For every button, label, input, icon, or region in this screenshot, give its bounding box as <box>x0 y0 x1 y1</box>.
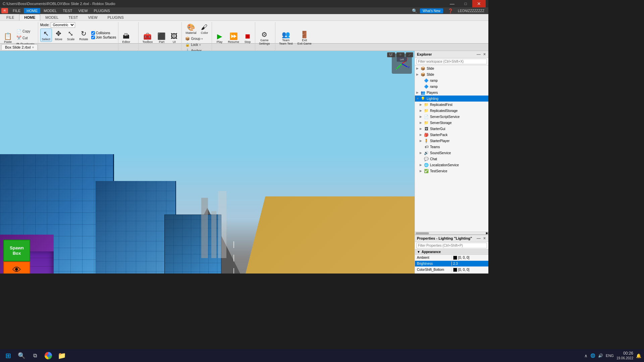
explorer-minimize-btn[interactable]: — <box>476 52 481 57</box>
distant-building-2 <box>211 211 216 258</box>
collisions-check[interactable]: Collisions <box>91 31 116 35</box>
colorshift-bottom-swatch[interactable] <box>453 268 457 272</box>
orientation-gizmo[interactable]: X Y Z Left <box>392 54 412 74</box>
tree-item-server-storage[interactable]: ▶ 📁 ServerStorage <box>415 120 488 126</box>
arrow-icon: ▶ <box>420 169 424 173</box>
arrow-icon: ▶ <box>420 163 424 167</box>
folder-icon: 📁 <box>424 120 429 125</box>
tree-item-slide-2[interactable]: ▶ 📦 Slide <box>415 71 488 77</box>
tree-item-lighting[interactable]: ▼ 💡 Lighting <box>415 96 488 102</box>
tree-item-sound-service[interactable]: ▶ 🔊 SoundService <box>415 150 488 156</box>
appearance-section[interactable]: ▼ Appearance <box>415 249 488 255</box>
tab-test[interactable]: TEST <box>63 14 83 20</box>
section-collapse-icon: ▼ <box>417 250 420 254</box>
tree-item-players[interactable]: ▶ 👥 Players <box>415 89 488 96</box>
whats-new-button[interactable]: What's New <box>420 8 443 13</box>
cut-button[interactable]: ✂️ Cut <box>15 35 36 41</box>
tree-item-server-script-service[interactable]: ▶ 📄 ServerScriptService <box>415 114 488 120</box>
help-icon[interactable]: ❓ <box>446 8 454 13</box>
rotate-button[interactable]: ↻ Rotate <box>77 28 90 42</box>
tree-item-replicated-storage[interactable]: ▶ 📁 ReplicatedStorage <box>415 108 488 114</box>
explorer-hscroll[interactable]: ▶ <box>415 232 488 234</box>
exit-game-button[interactable]: 🚪 Exit Exit Game <box>296 29 313 46</box>
mode-dropdown[interactable]: Geometric Physical <box>51 22 75 28</box>
prop-brightness[interactable]: Brightness 2.3 <box>415 261 488 267</box>
tree-item-teams[interactable]: 🏷 Teams <box>415 144 488 150</box>
tree-item-ramp-1[interactable]: 🔷 ramp <box>415 77 488 83</box>
paste-button[interactable]: 📋 Paste <box>2 31 14 45</box>
tree-item-chat[interactable]: 💬 Chat <box>415 156 488 162</box>
properties-close-btn[interactable]: × <box>483 236 486 241</box>
properties-table: ▼ Appearance Ambient [0, 0, 0] Brightnes… <box>415 249 488 274</box>
ui-button[interactable]: 🖼 UI <box>169 31 179 45</box>
minimize-button[interactable]: — <box>445 0 459 7</box>
tab-view[interactable]: VIEW <box>83 14 102 20</box>
search-icon[interactable]: 🔍 <box>410 8 419 13</box>
properties-header: Properties - Lighting "Lighting" — × <box>415 235 488 242</box>
menu-model[interactable]: MODEL <box>41 8 59 13</box>
resume-button[interactable]: ⏩ Resume <box>226 31 241 45</box>
arrow-icon: ▶ <box>420 133 424 136</box>
viewport[interactable]: SpawnBox 👁 🌴 🌴 🌴 🌴 🌴 🌴 🌴 UI 👁 ⤢ <box>0 51 415 274</box>
tree-item-starter-pack[interactable]: ▶ 🎒 StarterPack <box>415 132 488 138</box>
tree-item-localization-service[interactable]: ▶ 🌐 LocalizationService <box>415 162 488 168</box>
scale-button[interactable]: ⤡ Scale <box>65 28 76 42</box>
color-button[interactable]: 🖌 Color <box>199 22 210 36</box>
explorer-hscroll-right[interactable]: ▶ <box>486 232 488 235</box>
explorer-close-btn[interactable]: × <box>483 52 486 57</box>
properties-search-input[interactable] <box>416 243 487 248</box>
tree-item-test-service[interactable]: ▶ ✅ TestService <box>415 168 488 174</box>
part-button[interactable]: ⬛ Part <box>156 31 167 45</box>
play-button[interactable]: ▶ Play <box>214 31 225 45</box>
move-button[interactable]: ✥ Move <box>53 28 64 42</box>
menu-plugins[interactable]: PLUGINS <box>91 8 113 13</box>
copy-button[interactable]: 📄 Copy <box>15 28 36 35</box>
doc-tab-close[interactable]: × <box>32 46 34 49</box>
teams-icon: 🏷 <box>424 144 429 149</box>
menu-home[interactable]: HOME <box>24 8 40 13</box>
right-panel: Explorer — × ▶ 📦 Slide ▶ 📦 <box>415 51 488 274</box>
main-area: SpawnBox 👁 🌴 🌴 🌴 🌴 🌴 🌴 🌴 UI 👁 ⤢ <box>0 51 488 274</box>
explorer-hscroll-thumb[interactable] <box>416 232 429 234</box>
tab-file[interactable]: FILE <box>1 14 19 20</box>
editor-button[interactable]: 🏔 Editor <box>120 31 132 45</box>
arrow-icon: ▶ <box>420 151 424 155</box>
ramp-icon: 🔷 <box>424 84 429 89</box>
properties-search-area <box>415 242 488 249</box>
team-test-button[interactable]: 👥 Team Team Test <box>277 29 294 46</box>
game-settings-button[interactable]: ⚙ Game Settings <box>257 29 272 46</box>
material-button[interactable]: 🎨 Material <box>184 22 198 36</box>
doc-tab-main[interactable]: Box Slide 2.rbxl × <box>1 44 38 50</box>
tab-model[interactable]: MODEL <box>40 14 63 20</box>
tab-plugins[interactable]: PLUGINS <box>103 14 129 20</box>
arrow-icon: ▶ <box>420 127 424 130</box>
menu-file[interactable]: FILE <box>10 8 23 13</box>
prop-colorshift-top: ColorShift_Top [0, 0, 0] <box>415 273 488 274</box>
svg-text:Z: Z <box>408 66 410 68</box>
tree-item-replicated-first[interactable]: ▶ 📁 ReplicatedFirst <box>415 102 488 108</box>
stop-button[interactable]: ⏹ Stop <box>242 31 253 45</box>
menu-test[interactable]: TEST <box>60 8 75 13</box>
group-button[interactable]: 📦 Group ▾ <box>184 36 204 42</box>
select-button[interactable]: ↖ Select <box>40 28 52 42</box>
slide-icon: 📦 <box>420 66 426 71</box>
tab-home[interactable]: HOME <box>19 14 40 20</box>
explorer-search-input[interactable] <box>416 59 487 64</box>
prop-ambient: Ambient [0, 0, 0] <box>415 255 488 261</box>
tree-item-ramp-2[interactable]: 🔷 ramp <box>415 83 488 89</box>
mode-selector[interactable]: Mode: Geometric Physical <box>40 22 75 28</box>
tree-item-starter-gui[interactable]: ▶ 🖼 StarterGui <box>415 126 488 132</box>
join-surfaces-check[interactable]: Join Surfaces <box>91 36 116 39</box>
menu-view[interactable]: VIEW <box>75 8 90 13</box>
lock-button[interactable]: 🔒 Lock ▾ <box>184 42 202 48</box>
close-button[interactable]: ✕ <box>472 0 486 7</box>
tree-item-starter-player[interactable]: ▶ 🧍 StarterPlayer <box>415 138 488 144</box>
arrow-icon: ▶ <box>420 115 424 118</box>
properties-minimize-btn[interactable]: — <box>476 236 481 241</box>
ambient-color-swatch[interactable] <box>453 256 457 260</box>
toolbox-button[interactable]: 🧰 Toolbox <box>141 31 154 45</box>
maximize-button[interactable]: □ <box>459 0 472 7</box>
arrow-icon: ▶ <box>420 109 424 112</box>
folder-icon: 📁 <box>424 102 429 107</box>
tree-item-slide-1[interactable]: ▶ 📦 Slide <box>415 65 488 71</box>
